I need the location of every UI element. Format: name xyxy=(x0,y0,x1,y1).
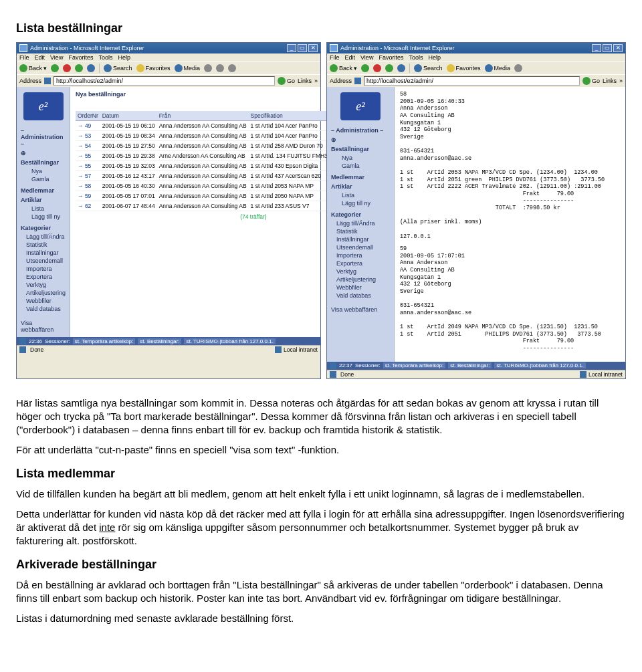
menu-view[interactable]: View xyxy=(360,54,373,61)
search-button[interactable]: Search xyxy=(414,64,443,72)
menu-help[interactable]: Help xyxy=(118,54,130,61)
menu-view[interactable]: View xyxy=(50,54,63,61)
maximize-button[interactable]: ▭ xyxy=(298,44,307,52)
sidebar-item-vald-databas[interactable]: Vald databas xyxy=(17,305,70,313)
close-button[interactable]: ✕ xyxy=(613,44,623,52)
sidebar-item-statistik[interactable]: Statistik xyxy=(17,241,70,249)
mail-button[interactable] xyxy=(216,64,224,72)
sidebar-admin-label: – Administration – xyxy=(17,126,70,148)
sidebar-item-vald-databas[interactable]: Vald databas xyxy=(327,292,394,300)
sidebar-item-exportera[interactable]: Exportera xyxy=(17,273,70,281)
forward-button[interactable] xyxy=(51,64,59,72)
sidebar-item-laggny[interactable]: Lägg till ny xyxy=(327,199,394,207)
sidebar-visa-webb[interactable]: Visa webbaffären xyxy=(327,302,394,314)
home-button[interactable] xyxy=(87,64,95,72)
order-id-link[interactable]: → 55 xyxy=(78,162,91,169)
sidebar-item-installningar[interactable]: Inställningar xyxy=(17,249,70,257)
sidebar-item-nya[interactable]: Nya xyxy=(327,154,394,162)
refresh-button[interactable] xyxy=(385,64,393,72)
sidebar-item-importera[interactable]: Importera xyxy=(327,251,394,259)
go-button[interactable]: Go xyxy=(582,77,600,85)
col-fran[interactable]: Från xyxy=(157,111,249,121)
sidebar-item-nya[interactable]: Nya xyxy=(17,167,70,175)
forward-button[interactable] xyxy=(361,64,369,72)
order-id-link[interactable]: → 57 xyxy=(78,173,91,179)
favorites-button[interactable]: Favorites xyxy=(447,64,481,72)
menu-file[interactable]: File xyxy=(330,54,340,61)
sidebar-item-utseendemall[interactable]: Utseendemall xyxy=(327,243,394,251)
media-button[interactable]: Media xyxy=(485,64,511,72)
minimize-button[interactable]: _ xyxy=(592,44,601,52)
menu-file[interactable]: File xyxy=(19,54,29,61)
sidebar-item-gamla[interactable]: Gamla xyxy=(327,162,394,170)
sidebar-item-importera[interactable]: Importera xyxy=(17,265,70,273)
ie-window-text: Administration - Microsoft Internet Expl… xyxy=(326,42,626,379)
history-button[interactable] xyxy=(514,64,522,72)
order-block-1: 58 2001-09-05 16:40:33 Anna Andersson AA… xyxy=(400,91,620,240)
minimize-button[interactable]: _ xyxy=(287,44,296,52)
print-button[interactable] xyxy=(228,64,236,72)
menu-tools[interactable]: Tools xyxy=(409,54,423,61)
app-status-bar: 22:37 Sessioner: st. Temporära artikelkö… xyxy=(327,362,625,370)
cell-from: Anna Andersson AA Consulting AB xyxy=(157,121,249,131)
address-input[interactable]: http://localhost/e2/admin/ xyxy=(364,76,580,86)
order-id-link[interactable]: → 62 xyxy=(78,203,91,209)
order-id-link[interactable]: → 49 xyxy=(78,122,91,129)
cell-date: 2001-05-15 19 29:38 xyxy=(100,151,157,161)
order-id-link[interactable]: → 58 xyxy=(78,183,91,189)
sidebar-item-utseendemall[interactable]: Utseendemall xyxy=(17,257,70,265)
history-button[interactable] xyxy=(204,64,212,72)
menu-bar[interactable]: File Edit View Favorites Tools Help xyxy=(17,53,320,62)
sidebar-item-verktyg[interactable]: Verktyg xyxy=(327,267,394,275)
links-label[interactable]: Links xyxy=(603,78,617,84)
media-button[interactable]: Media xyxy=(175,64,201,72)
page-icon xyxy=(354,78,361,84)
maximize-button[interactable]: ▭ xyxy=(603,44,612,52)
favorites-button[interactable]: Favorites xyxy=(136,64,171,72)
menu-favorites[interactable]: Favorites xyxy=(379,54,403,61)
sidebar-item-exportera[interactable]: Exportera xyxy=(327,259,394,267)
search-button[interactable]: Search xyxy=(104,64,132,72)
back-button[interactable]: Back ▾ xyxy=(330,64,357,72)
col-ordernr[interactable]: OrderNr xyxy=(76,111,100,121)
order-id-link[interactable]: → 53 xyxy=(78,132,91,139)
menu-help[interactable]: Help xyxy=(428,54,441,61)
history-icon xyxy=(514,64,522,72)
menu-edit[interactable]: Edit xyxy=(345,54,356,61)
sidebar-item-lista[interactable]: Lista xyxy=(327,191,394,199)
sidebar-item-webbfiler[interactable]: Webbfiler xyxy=(17,297,70,305)
order-id-link[interactable]: → 54 xyxy=(78,142,91,149)
clock-icon xyxy=(19,338,26,344)
status-s3: st. TURISMO-|tobban från 127.0.0.1. xyxy=(494,362,585,368)
sidebar-visa-webb[interactable]: Visa webbaffären xyxy=(17,316,70,334)
back-button[interactable]: Back ▾ xyxy=(19,64,47,72)
sidebar-item-statistik[interactable]: Statistik xyxy=(327,227,394,235)
menu-tools[interactable]: Tools xyxy=(98,54,112,61)
sidebar-item-lista[interactable]: Lista xyxy=(17,205,70,213)
order-id-link[interactable]: → 59 xyxy=(78,193,91,199)
sidebar-item-webbfiler[interactable]: Webbfiler xyxy=(327,284,394,292)
menu-favorites[interactable]: Favorites xyxy=(68,54,93,61)
sidebar-item-artikeljustering[interactable]: Artikeljustering xyxy=(17,289,70,297)
menu-edit[interactable]: Edit xyxy=(35,54,45,61)
sidebar-item-laggny[interactable]: Lägg till ny xyxy=(17,213,70,221)
menu-bar[interactable]: File Edit View Favorites Tools Help xyxy=(327,53,625,62)
sidebar-item-installningar[interactable]: Inställningar xyxy=(327,235,394,243)
col-datum[interactable]: Datum xyxy=(100,111,157,121)
stop-button[interactable] xyxy=(63,64,71,72)
close-button[interactable]: ✕ xyxy=(308,44,318,52)
sidebar-item-gamla[interactable]: Gamla xyxy=(17,175,70,183)
cell-date: 2001-05-05 17 07:01 xyxy=(100,191,157,201)
stop-button[interactable] xyxy=(373,64,381,72)
refresh-button[interactable] xyxy=(75,64,83,72)
home-button[interactable] xyxy=(397,64,405,72)
sidebar-item-artikeljustering[interactable]: Artikeljustering xyxy=(327,275,394,284)
go-button[interactable]: Go xyxy=(278,77,295,85)
back-label: Back xyxy=(29,65,42,72)
sidebar-item-lagg-andra[interactable]: Lägg till/Ändra xyxy=(17,233,70,241)
links-label[interactable]: Links xyxy=(298,78,312,84)
address-input[interactable]: http://localhost/e2/admin/ xyxy=(54,76,275,86)
sidebar-item-verktyg[interactable]: Verktyg xyxy=(17,281,70,289)
order-id-link[interactable]: → 55 xyxy=(78,152,91,159)
sidebar-item-lagg-andra[interactable]: Lägg till/Ändra xyxy=(327,219,394,227)
